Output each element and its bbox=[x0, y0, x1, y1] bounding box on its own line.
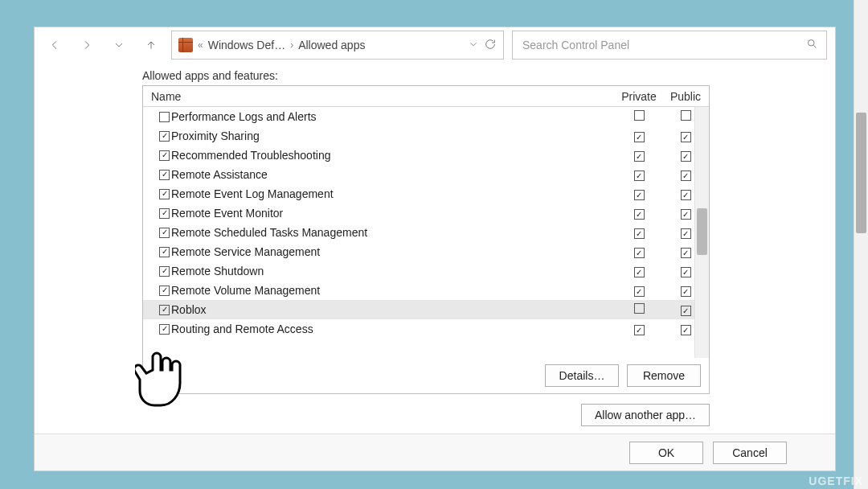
public-checkbox[interactable] bbox=[681, 267, 691, 277]
table-row[interactable]: Remote Volume Management bbox=[143, 281, 709, 300]
page-scrollbar[interactable] bbox=[854, 0, 868, 489]
public-checkbox[interactable] bbox=[681, 248, 691, 258]
table-row[interactable]: Roblox bbox=[143, 300, 709, 319]
private-checkbox[interactable] bbox=[634, 209, 645, 220]
enable-checkbox[interactable] bbox=[159, 228, 170, 238]
list-header: Name Private Public bbox=[143, 86, 709, 107]
private-checkbox[interactable] bbox=[634, 190, 645, 200]
public-checkbox[interactable] bbox=[681, 132, 691, 142]
private-checkbox[interactable] bbox=[634, 228, 645, 239]
row-label: Proximity Sharing bbox=[171, 129, 260, 142]
section-label: Allowed apps and features: bbox=[142, 69, 743, 82]
row-label: Remote Shutdown bbox=[171, 265, 264, 277]
enable-checkbox[interactable] bbox=[159, 324, 170, 335]
list-scrollbar[interactable] bbox=[694, 107, 709, 358]
allow-another-app-button[interactable]: Allow another app… bbox=[581, 404, 710, 426]
allow-row: Allow another app… bbox=[142, 404, 710, 426]
enable-checkbox[interactable] bbox=[159, 112, 170, 122]
breadcrumb-2[interactable]: Allowed apps bbox=[298, 39, 365, 51]
private-checkbox[interactable] bbox=[634, 325, 645, 335]
apps-list-frame: Name Private Public Performance Logs and… bbox=[142, 85, 710, 394]
search-input[interactable] bbox=[521, 38, 806, 52]
list-scrollbar-thumb[interactable] bbox=[697, 208, 707, 255]
address-dropdown[interactable] bbox=[468, 39, 479, 52]
enable-checkbox[interactable] bbox=[159, 266, 170, 277]
row-label: Routing and Remote Access bbox=[171, 323, 313, 335]
ok-button[interactable]: OK bbox=[629, 442, 703, 464]
private-checkbox[interactable] bbox=[634, 303, 645, 314]
enable-checkbox[interactable] bbox=[159, 131, 170, 142]
column-name[interactable]: Name bbox=[143, 90, 616, 103]
table-row[interactable]: Remote Shutdown bbox=[143, 261, 709, 281]
search-icon[interactable] bbox=[806, 38, 818, 52]
table-row[interactable]: Routing and Remote Access bbox=[143, 319, 709, 339]
table-row[interactable]: Remote Event Monitor bbox=[143, 203, 709, 223]
firewall-icon bbox=[178, 38, 193, 52]
breadcrumb-prefix: « bbox=[198, 39, 203, 51]
public-checkbox[interactable] bbox=[681, 306, 691, 316]
row-label: Recommended Troubleshooting bbox=[171, 149, 330, 162]
row-label: Remote Service Management bbox=[171, 245, 320, 258]
recent-dropdown[interactable] bbox=[107, 33, 131, 57]
cancel-button[interactable]: Cancel bbox=[713, 442, 787, 464]
forward-button[interactable] bbox=[75, 33, 99, 57]
private-checkbox[interactable] bbox=[634, 267, 645, 277]
content-area: Allowed apps and features: Name Private … bbox=[142, 69, 743, 426]
enable-checkbox[interactable] bbox=[159, 286, 170, 296]
refresh-button[interactable] bbox=[484, 38, 497, 53]
table-row[interactable]: Proximity Sharing bbox=[143, 126, 709, 146]
public-checkbox[interactable] bbox=[681, 110, 691, 121]
private-checkbox[interactable] bbox=[634, 171, 645, 181]
table-row[interactable]: Remote Service Management bbox=[143, 242, 709, 261]
address-bar[interactable]: « Windows Def… › Allowed apps bbox=[171, 31, 504, 60]
table-row[interactable]: Remote Event Log Management bbox=[143, 184, 709, 203]
private-checkbox[interactable] bbox=[634, 286, 645, 297]
enable-checkbox[interactable] bbox=[159, 189, 170, 199]
row-label: Remote Event Log Management bbox=[171, 187, 334, 200]
public-checkbox[interactable] bbox=[681, 209, 691, 220]
private-checkbox[interactable] bbox=[634, 110, 645, 121]
remove-button[interactable]: Remove bbox=[627, 364, 701, 387]
row-label: Roblox bbox=[171, 303, 207, 316]
public-checkbox[interactable] bbox=[681, 325, 691, 335]
column-private[interactable]: Private bbox=[616, 90, 662, 103]
watermark: UGETFIX bbox=[809, 475, 863, 487]
dialog-footer: OK Cancel bbox=[35, 434, 835, 471]
list-body: Performance Logs and AlertsProximity Sha… bbox=[143, 107, 709, 358]
enable-checkbox[interactable] bbox=[159, 305, 170, 315]
row-label: Remote Volume Management bbox=[171, 284, 320, 297]
row-label: Remote Assistance bbox=[171, 168, 268, 181]
page-scrollbar-thumb[interactable] bbox=[856, 113, 866, 233]
chevron-right-icon: › bbox=[290, 39, 293, 51]
table-row[interactable]: Performance Logs and Alerts bbox=[143, 107, 709, 126]
search-bar[interactable] bbox=[512, 31, 827, 60]
breadcrumb-1[interactable]: Windows Def… bbox=[208, 39, 285, 51]
control-panel-window: « Windows Def… › Allowed apps Allowed ap… bbox=[34, 27, 836, 471]
details-button[interactable]: Details… bbox=[545, 364, 619, 387]
svg-point-0 bbox=[809, 40, 815, 47]
enable-checkbox[interactable] bbox=[159, 170, 170, 180]
private-checkbox[interactable] bbox=[634, 132, 645, 142]
up-button[interactable] bbox=[139, 33, 163, 57]
list-footer: Details… Remove bbox=[143, 358, 709, 393]
public-checkbox[interactable] bbox=[681, 151, 691, 162]
public-checkbox[interactable] bbox=[681, 171, 691, 181]
row-label: Remote Event Monitor bbox=[171, 207, 283, 220]
public-checkbox[interactable] bbox=[681, 286, 691, 297]
private-checkbox[interactable] bbox=[634, 151, 645, 162]
public-checkbox[interactable] bbox=[681, 228, 691, 239]
table-row[interactable]: Remote Assistance bbox=[143, 165, 709, 184]
public-checkbox[interactable] bbox=[681, 190, 691, 200]
enable-checkbox[interactable] bbox=[159, 247, 170, 257]
enable-checkbox[interactable] bbox=[159, 208, 170, 219]
row-label: Performance Logs and Alerts bbox=[171, 110, 317, 123]
row-label: Remote Scheduled Tasks Management bbox=[171, 226, 367, 239]
back-button[interactable] bbox=[43, 33, 67, 57]
table-row[interactable]: Recommended Troubleshooting bbox=[143, 146, 709, 165]
table-row[interactable]: Remote Scheduled Tasks Management bbox=[143, 223, 709, 242]
toolbar: « Windows Def… › Allowed apps bbox=[35, 27, 835, 63]
column-public[interactable]: Public bbox=[662, 90, 709, 103]
enable-checkbox[interactable] bbox=[159, 150, 170, 161]
private-checkbox[interactable] bbox=[634, 248, 645, 258]
